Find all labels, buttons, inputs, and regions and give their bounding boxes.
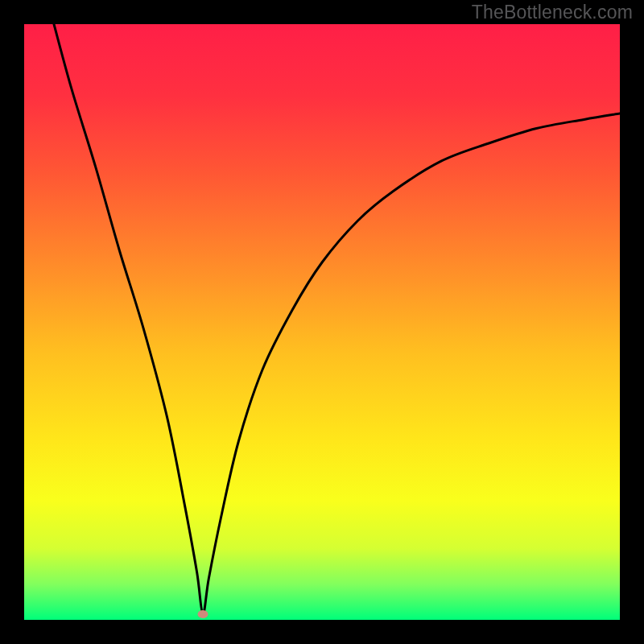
chart-root: TheBottleneck.com	[0, 0, 644, 644]
watermark-text: TheBottleneck.com	[472, 2, 633, 23]
curve-layer	[24, 24, 620, 620]
bottleneck-curve	[54, 24, 620, 614]
plot-area	[24, 24, 620, 620]
min-marker-dot	[198, 610, 208, 618]
